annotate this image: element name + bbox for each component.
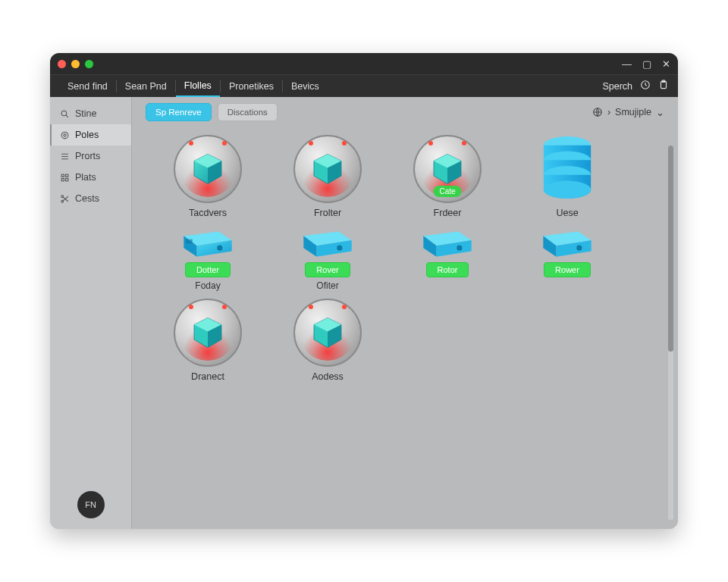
menu-item-4[interactable]: Bevics xyxy=(283,75,328,97)
sidebar-item-plats[interactable]: Plats xyxy=(50,167,131,188)
close-traffic-icon[interactable] xyxy=(58,60,66,68)
item-label: Aodess xyxy=(312,371,344,382)
maximize-button[interactable]: ▢ xyxy=(642,58,651,70)
list-icon xyxy=(59,151,70,161)
svg-point-29 xyxy=(217,246,222,251)
item-label: Ofiter xyxy=(316,280,338,291)
item-tag: Cate xyxy=(433,186,461,197)
item-label: Uese xyxy=(556,208,578,218)
minimize-traffic-icon[interactable] xyxy=(71,60,80,68)
toolbar: Sp Renreve Discations › Smujiple ⌄ xyxy=(146,103,664,121)
sidebar-item-label: Cests xyxy=(75,193,99,204)
menu-item-1[interactable]: Sean Pnd xyxy=(117,75,175,97)
item-badge: Rover xyxy=(305,262,350,277)
target-icon xyxy=(59,130,70,140)
globe-icon xyxy=(592,107,603,117)
cube-disc-icon xyxy=(293,299,362,367)
sidebar-item-cests[interactable]: Cests xyxy=(50,188,131,209)
menu-item-2[interactable]: Flolles xyxy=(176,75,220,97)
search-label[interactable]: Sperch xyxy=(602,81,632,92)
svg-rect-30 xyxy=(186,239,193,244)
cube-disc-icon xyxy=(174,299,242,367)
grid-icon xyxy=(59,172,70,183)
items-grid: Tacdvers Frolter Cate Frdeer xyxy=(146,135,664,382)
svg-rect-7 xyxy=(65,174,67,177)
grid-item[interactable]: Rower xyxy=(511,226,623,291)
traffic-lights xyxy=(58,60,93,68)
search-icon xyxy=(59,108,70,119)
item-badge: Rower xyxy=(544,262,591,277)
svg-point-42 xyxy=(576,246,582,251)
item-badge: Rotor xyxy=(426,262,469,277)
close-button[interactable]: ✕ xyxy=(662,58,670,70)
chevron-right-icon: › xyxy=(607,107,610,117)
cube-disc-icon xyxy=(293,135,362,203)
svg-rect-6 xyxy=(61,174,64,177)
grid-item[interactable]: Tacdvers xyxy=(152,135,264,218)
sidebar-item-label: Poles xyxy=(75,130,99,140)
svg-point-25 xyxy=(544,181,591,199)
scissors-icon xyxy=(59,193,70,204)
sidebar-item-prorts[interactable]: Prorts xyxy=(50,146,131,167)
view-picker-label: Smujiple xyxy=(615,107,651,117)
grid-item[interactable]: Cate Frdeer xyxy=(391,135,504,218)
grid-item[interactable]: Uese xyxy=(511,135,623,218)
secondary-action-button[interactable]: Discations xyxy=(218,103,278,121)
device-icon xyxy=(420,226,475,259)
item-label: Frolter xyxy=(314,208,341,218)
svg-rect-9 xyxy=(65,178,67,180)
svg-point-38 xyxy=(457,246,462,251)
view-picker[interactable]: › Smujiple ⌄ xyxy=(592,107,664,118)
grid-item[interactable]: Dranect xyxy=(152,299,264,382)
svg-point-11 xyxy=(61,200,63,202)
zoom-traffic-icon[interactable] xyxy=(85,60,93,68)
sidebar-item-poles[interactable]: Poles xyxy=(50,124,131,146)
menu-item-0[interactable]: Send find xyxy=(59,75,116,97)
svg-rect-8 xyxy=(61,178,64,180)
svg-point-3 xyxy=(61,111,67,116)
window-controls: — ▢ ✕ xyxy=(622,58,670,70)
minimize-button[interactable]: — xyxy=(622,58,632,70)
grid-item[interactable]: Rover Ofiter xyxy=(271,226,384,291)
vertical-scrollbar[interactable] xyxy=(668,146,673,520)
clock-icon[interactable] xyxy=(640,80,651,92)
titlebar: — ▢ ✕ xyxy=(50,53,678,74)
item-label: Foday xyxy=(195,280,220,291)
chevron-down-icon: ⌄ xyxy=(656,107,664,118)
database-icon xyxy=(538,135,597,203)
cube-disc-icon xyxy=(174,135,242,203)
svg-point-10 xyxy=(61,195,63,197)
sidebar-item-label: Prorts xyxy=(75,151,100,161)
cube-disc-icon: Cate xyxy=(413,135,482,203)
item-badge: Dotter xyxy=(185,262,231,277)
sidebar-item-stine[interactable]: Stine xyxy=(50,103,131,124)
app-window: — ▢ ✕ Send find Sean Pnd Flolles Proneti… xyxy=(50,53,678,529)
item-label: Dranect xyxy=(191,371,224,382)
clipboard-icon[interactable] xyxy=(658,80,669,92)
primary-action-button[interactable]: Sp Renreve xyxy=(146,103,212,121)
sidebar: Stine Poles Prorts Plats xyxy=(50,97,132,529)
svg-point-4 xyxy=(61,132,68,139)
item-label: Tacdvers xyxy=(189,208,227,218)
fab-button[interactable]: FN xyxy=(77,491,105,518)
device-icon xyxy=(540,226,595,259)
scrollbar-thumb[interactable] xyxy=(668,146,673,352)
item-label: Frdeer xyxy=(434,208,462,218)
sidebar-item-label: Stine xyxy=(75,108,97,119)
menu-bar: Send find Sean Pnd Flolles Pronetikes Be… xyxy=(50,74,678,97)
device-icon xyxy=(300,226,355,259)
sidebar-item-label: Plats xyxy=(75,172,96,183)
grid-item[interactable]: Frolter xyxy=(271,135,384,218)
svg-point-34 xyxy=(337,246,342,251)
device-icon xyxy=(180,226,235,259)
menu-item-3[interactable]: Pronetikes xyxy=(221,75,282,97)
grid-item[interactable]: Dotter Foday xyxy=(152,226,264,291)
svg-point-5 xyxy=(63,133,65,136)
grid-item[interactable]: Aodess xyxy=(271,299,384,382)
main-content: Sp Renreve Discations › Smujiple ⌄ xyxy=(132,97,678,529)
grid-item[interactable]: Rotor xyxy=(391,226,504,291)
